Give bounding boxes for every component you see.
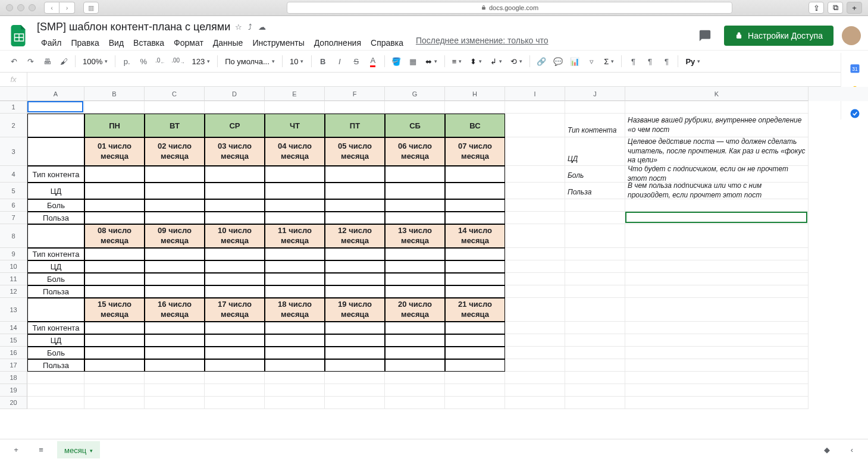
- cell[interactable]: 10 число месяца: [205, 224, 265, 248]
- cell[interactable]: [505, 273, 565, 285]
- cell[interactable]: 06 число месяца: [385, 137, 445, 166]
- menu-view[interactable]: Вид: [105, 36, 128, 50]
- all-sheets-button[interactable]: ≡: [32, 441, 50, 459]
- cell[interactable]: [205, 101, 265, 114]
- cell[interactable]: [505, 322, 565, 334]
- col-header[interactable]: B: [84, 87, 145, 101]
- cell[interactable]: [265, 260, 325, 273]
- cell[interactable]: [445, 384, 505, 397]
- cell[interactable]: [505, 183, 565, 199]
- row-header[interactable]: 8: [0, 224, 27, 248]
- cell[interactable]: [445, 372, 505, 384]
- cell[interactable]: [84, 199, 145, 212]
- cell[interactable]: 16 число месяца: [145, 298, 205, 322]
- cell[interactable]: [385, 347, 445, 359]
- cell[interactable]: 08 число месяца: [84, 224, 145, 248]
- move-icon[interactable]: ⤴: [248, 23, 252, 32]
- cell[interactable]: ЦД: [565, 137, 625, 166]
- cell[interactable]: [265, 359, 325, 372]
- cell[interactable]: Боль: [27, 347, 84, 359]
- cell[interactable]: [625, 384, 809, 397]
- row-header[interactable]: 13: [0, 298, 27, 322]
- bold-button[interactable]: B: [315, 54, 331, 69]
- cell[interactable]: [325, 199, 385, 212]
- row-header[interactable]: 20: [0, 397, 27, 409]
- functions-button[interactable]: Σ: [600, 54, 618, 69]
- cell[interactable]: Тип контента: [565, 114, 625, 137]
- cell[interactable]: [265, 334, 325, 347]
- cell[interactable]: [625, 359, 809, 372]
- cell[interactable]: [325, 248, 385, 260]
- increase-decimal-button[interactable]: .00→: [169, 54, 187, 69]
- borders-button[interactable]: ▦: [405, 54, 421, 69]
- star-icon[interactable]: ☆: [235, 23, 242, 32]
- cell[interactable]: [625, 260, 809, 273]
- cell[interactable]: [625, 199, 809, 212]
- sidebar-toggle[interactable]: ▥: [83, 2, 99, 14]
- cell[interactable]: [445, 248, 505, 260]
- merge-button[interactable]: ⬌: [422, 54, 441, 69]
- row-header[interactable]: 5: [0, 183, 27, 199]
- cell[interactable]: [265, 372, 325, 384]
- cell[interactable]: [625, 285, 809, 298]
- comment-button[interactable]: 💬: [550, 54, 566, 69]
- row-header[interactable]: 19: [0, 384, 27, 397]
- cell[interactable]: [205, 260, 265, 273]
- row-header[interactable]: 1: [0, 101, 27, 114]
- cell[interactable]: [325, 322, 385, 334]
- cell[interactable]: [385, 166, 445, 183]
- cell[interactable]: [205, 212, 265, 224]
- row-header[interactable]: 18: [0, 372, 27, 384]
- cell[interactable]: [445, 260, 505, 273]
- cell[interactable]: ВТ: [145, 114, 205, 137]
- chart-button[interactable]: 📊: [567, 54, 582, 69]
- cell[interactable]: [265, 322, 325, 334]
- cell[interactable]: [565, 248, 625, 260]
- cell[interactable]: [625, 372, 809, 384]
- cell[interactable]: [325, 183, 385, 199]
- cell[interactable]: [385, 199, 445, 212]
- cell[interactable]: [505, 298, 565, 322]
- cell[interactable]: 17 число месяца: [205, 298, 265, 322]
- cell[interactable]: 15 число месяца: [84, 298, 145, 322]
- row-header[interactable]: 14: [0, 322, 27, 334]
- cell[interactable]: [265, 166, 325, 183]
- cell[interactable]: [385, 397, 445, 409]
- rotate-button[interactable]: ⟲: [507, 54, 526, 69]
- nav-back[interactable]: ‹: [44, 2, 59, 14]
- cell[interactable]: [205, 347, 265, 359]
- sheets-logo[interactable]: [7, 24, 31, 48]
- cell[interactable]: [265, 347, 325, 359]
- cell[interactable]: Польза: [27, 285, 84, 298]
- tasks-icon[interactable]: [849, 108, 861, 120]
- cell[interactable]: Что будет с подписчиком, если он не проч…: [625, 166, 809, 183]
- cell[interactable]: [84, 372, 145, 384]
- cell[interactable]: Боль: [27, 199, 84, 212]
- cell[interactable]: [205, 285, 265, 298]
- col-header[interactable]: G: [385, 87, 445, 101]
- cell[interactable]: [445, 199, 505, 212]
- cell[interactable]: [205, 183, 265, 199]
- cell[interactable]: ПТ: [325, 114, 385, 137]
- row-header[interactable]: 17: [0, 359, 27, 372]
- cell[interactable]: [27, 298, 84, 322]
- cell[interactable]: Польза: [27, 212, 84, 224]
- cell[interactable]: [325, 273, 385, 285]
- cell[interactable]: Целевое действие поста — что должен сдел…: [625, 137, 809, 166]
- cell[interactable]: [565, 212, 625, 224]
- cell[interactable]: [325, 334, 385, 347]
- cell[interactable]: [445, 359, 505, 372]
- italic-button[interactable]: I: [332, 54, 347, 69]
- cell[interactable]: [27, 137, 84, 166]
- cell[interactable]: [27, 397, 84, 409]
- cell[interactable]: [505, 212, 565, 224]
- sheet-tab[interactable]: месяц: [57, 441, 100, 458]
- cell[interactable]: 14 число месяца: [445, 224, 505, 248]
- cell[interactable]: [145, 260, 205, 273]
- cell[interactable]: [145, 199, 205, 212]
- cell[interactable]: [565, 384, 625, 397]
- cell[interactable]: [145, 384, 205, 397]
- cell[interactable]: [145, 397, 205, 409]
- valign-button[interactable]: ⬍: [466, 54, 485, 69]
- cell[interactable]: [325, 212, 385, 224]
